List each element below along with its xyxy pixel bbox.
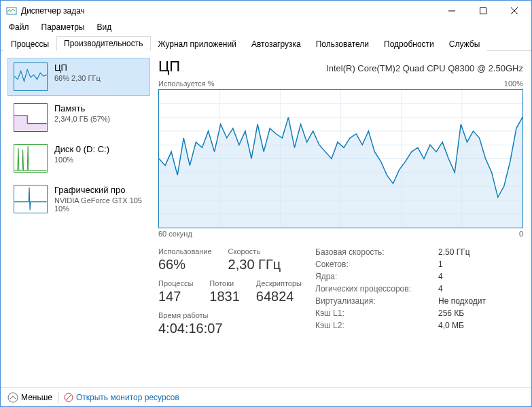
tab-0[interactable]: Процессы [3, 37, 56, 51]
menubar: ФайлПараметрыВид [1, 21, 531, 35]
stat-block: Потоки1831 [209, 279, 240, 304]
chart-label-usage: Используется % [158, 79, 215, 88]
window-title: Диспетчер задач [21, 6, 436, 16]
sidebar-item-0[interactable]: ЦП66% 2,30 ГГц [7, 58, 150, 96]
stat-label: Время работы [158, 311, 223, 319]
stat-label: Потоки [209, 279, 240, 287]
content-area: ЦП66% 2,30 ГГцПамять2,3/4,0 ГБ (57%)Диск… [1, 51, 531, 387]
maximize-button[interactable] [467, 1, 499, 21]
side-title: Графический про [54, 185, 142, 195]
menu-вид[interactable]: Вид [91, 21, 117, 35]
resource-monitor-icon [64, 393, 73, 402]
stats-right: Базовая скорость:2,50 ГГцСокетов:1Ядра:4… [315, 247, 486, 336]
side-title: Память [54, 103, 110, 113]
spec-value: 256 КБ [438, 308, 486, 318]
tab-1[interactable]: Производительность [56, 36, 150, 51]
svg-line-23 [66, 395, 71, 400]
stat-value: 1831 [209, 289, 240, 304]
spec-key: Сокетов: [315, 260, 411, 269]
stat-value: 2,30 ГГц [228, 257, 281, 272]
chart-label-max: 100% [504, 79, 523, 88]
sidebar-item-2[interactable]: Диск 0 (D: C:)100% [7, 139, 150, 177]
sidebar: ЦП66% 2,30 ГГцПамять2,3/4,0 ГБ (57%)Диск… [7, 58, 150, 383]
stat-block: Дескрипторы64824 [256, 279, 302, 304]
svg-point-21 [8, 393, 18, 402]
spec-value: 1 [438, 260, 486, 269]
stat-row: Процессы147Потоки1831Дескрипторы64824 [158, 279, 302, 304]
stat-block: Процессы147 [158, 279, 193, 304]
side-title: ЦП [54, 63, 101, 73]
side-sub2: 10% [54, 205, 142, 213]
spec-value: 4,0 МБ [438, 321, 486, 330]
stat-label: Дескрипторы [256, 279, 302, 287]
stat-row: Использование66%Скорость2,30 ГГц [158, 247, 302, 272]
window: Диспетчер задач ФайлПараметрыВид Процесс… [0, 0, 532, 407]
stat-value: 4:04:16:07 [158, 321, 223, 336]
separator [58, 392, 58, 403]
side-title: Диск 0 (D: C:) [54, 144, 109, 154]
stat-row: Время работы4:04:16:07 [158, 311, 302, 336]
spec-value: 4 [438, 272, 486, 281]
side-sub: NVIDIA GeForce GTX 105 [54, 196, 142, 205]
stat-label: Процессы [158, 279, 193, 287]
side-sub: 66% 2,30 ГГц [54, 74, 101, 82]
tab-5[interactable]: Подробности [376, 37, 442, 51]
spec-key: Логических процессоров: [315, 284, 411, 294]
stats-left: Использование66%Скорость2,30 ГГцПроцессы… [158, 247, 302, 336]
stats-section: Использование66%Скорость2,30 ГГцПроцессы… [158, 247, 523, 336]
spec-key: Базовая скорость: [315, 247, 411, 257]
stat-value: 64824 [256, 289, 302, 304]
sidebar-item-1[interactable]: Память2,3/4,0 ГБ (57%) [7, 99, 150, 137]
header-row: ЦП Intel(R) Core(TM)2 Quad CPU Q8300 @ 2… [158, 58, 523, 75]
side-sub: 2,3/4,0 ГБ (57%) [54, 115, 110, 123]
chart-xright: 0 [519, 230, 523, 238]
fewer-details-button[interactable]: Меньше [7, 392, 52, 403]
spec-key: Кэш L1: [315, 308, 411, 318]
stat-value: 147 [158, 289, 193, 304]
tab-6[interactable]: Службы [442, 37, 487, 51]
chevron-up-circle-icon [7, 392, 18, 403]
thumb-chart-icon [14, 144, 48, 173]
open-resource-monitor-link[interactable]: Открыть монитор ресурсов [64, 393, 179, 402]
tab-2[interactable]: Журнал приложений [151, 37, 244, 51]
tab-3[interactable]: Автозагрузка [244, 37, 308, 51]
thumb-chart-icon [14, 103, 48, 132]
menu-параметры[interactable]: Параметры [36, 21, 90, 35]
chart-top-labels: Используется % 100% [158, 79, 523, 88]
status-bar: Меньше Открыть монитор ресурсов [1, 387, 531, 406]
spec-value: Не подходит [438, 296, 486, 306]
close-button[interactable] [499, 1, 530, 21]
thumb-chart-icon [14, 63, 48, 91]
titlebar: Диспетчер задач [1, 1, 531, 21]
main-panel: ЦП Intel(R) Core(TM)2 Quad CPU Q8300 @ 2… [158, 58, 523, 383]
side-sub: 100% [54, 156, 109, 164]
tab-strip: ПроцессыПроизводительностьЖурнал приложе… [1, 35, 531, 51]
tab-4[interactable]: Пользователи [308, 37, 376, 51]
page-title: ЦП [158, 58, 180, 75]
chart-xleft: 60 секунд [158, 230, 192, 238]
app-icon [6, 5, 17, 16]
cpu-model: Intel(R) Core(TM)2 Quad CPU Q8300 @ 2.50… [326, 63, 523, 73]
stat-value: 66% [158, 257, 212, 272]
menu-файл[interactable]: Файл [3, 21, 35, 35]
spec-key: Кэш L2: [315, 321, 411, 330]
spec-key: Ядра: [315, 272, 411, 281]
stat-label: Использование [158, 247, 212, 255]
svg-rect-2 [480, 8, 486, 14]
spec-value: 4 [438, 284, 486, 294]
minimize-button[interactable] [436, 1, 467, 21]
stat-block: Скорость2,30 ГГц [228, 247, 281, 272]
sidebar-item-3[interactable]: Графический проNVIDIA GeForce GTX 10510% [7, 180, 150, 218]
cpu-chart[interactable] [158, 89, 523, 228]
stat-block: Использование66% [158, 247, 212, 272]
spec-key: Виртуализация: [315, 296, 411, 306]
spec-value: 2,50 ГГц [438, 247, 486, 257]
thumb-chart-icon [14, 185, 48, 213]
chart-bottom-labels: 60 секунд 0 [158, 230, 523, 238]
stat-label: Скорость [228, 247, 281, 255]
stat-block: Время работы4:04:16:07 [158, 311, 223, 336]
